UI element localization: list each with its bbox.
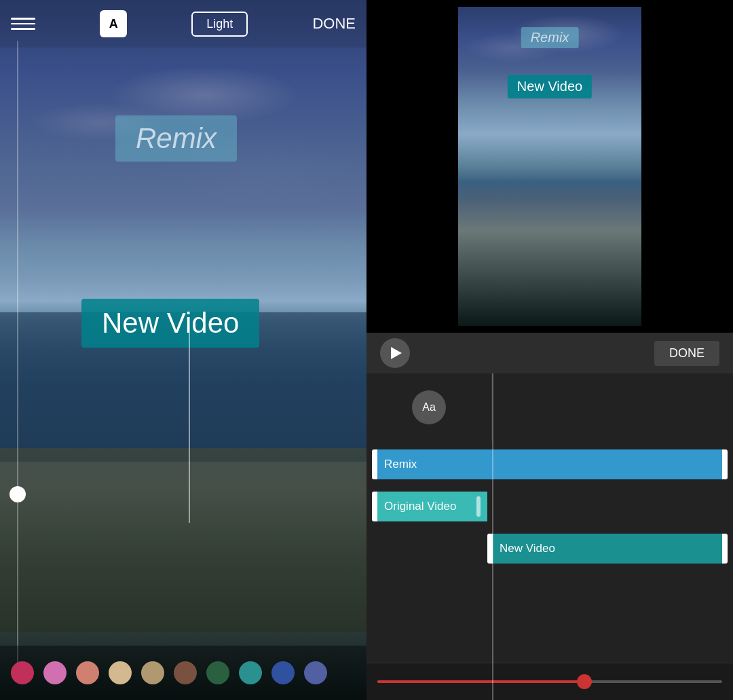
track-body-newvideo[interactable]: New Video	[493, 534, 722, 564]
track-inner-handle-original[interactable]	[476, 496, 481, 517]
remix-text-overlay[interactable]: Remix	[115, 115, 237, 162]
done-button-left[interactable]: DONE	[312, 15, 356, 33]
color-swatch-crimson[interactable]	[11, 661, 34, 684]
scrubber-fill	[377, 680, 584, 683]
right-remix-overlay[interactable]: Remix	[521, 27, 579, 48]
scrubber-track[interactable]	[377, 680, 722, 683]
color-swatch-brown[interactable]	[174, 661, 197, 684]
color-swatch-peach[interactable]	[109, 661, 132, 684]
newvideo-text-overlay[interactable]: New Video	[81, 299, 259, 348]
right-newvideo-overlay[interactable]: New Video	[508, 75, 592, 98]
text-anchor-line	[189, 333, 190, 523]
hamburger-line-3	[11, 28, 35, 30]
track-row-remix[interactable]: Remix	[366, 447, 733, 482]
right-panel: Remix New Video DONE Aa Remix	[366, 0, 733, 700]
track-row-newvideo[interactable]: New Video	[366, 531, 733, 566]
color-swatch-salmon[interactable]	[76, 661, 99, 684]
cloud-overlay	[0, 41, 366, 312]
track-label-newvideo: New Video	[500, 542, 555, 555]
font-icon: A	[109, 17, 118, 31]
right-video-preview: Remix New Video	[366, 0, 733, 333]
font-button[interactable]: A	[100, 10, 127, 37]
track-body-remix[interactable]: Remix	[377, 449, 722, 479]
color-swatch-slate[interactable]	[304, 661, 327, 684]
track-label-original: Original Video	[384, 500, 456, 513]
aa-button[interactable]: Aa	[412, 390, 446, 424]
track-label-remix: Remix	[384, 458, 417, 471]
hamburger-line-2	[11, 23, 35, 25]
timeline-label-col: Aa	[366, 373, 492, 441]
color-swatch-teal[interactable]	[239, 661, 262, 684]
done-button-right[interactable]: DONE	[654, 341, 719, 366]
color-swatch-tan[interactable]	[141, 661, 164, 684]
left-toolbar: A Light DONE	[0, 0, 366, 48]
color-palette	[0, 646, 366, 700]
light-button[interactable]: Light	[191, 12, 248, 37]
right-controls-bar: DONE	[366, 333, 733, 373]
track-row-original[interactable]: Original Video	[366, 489, 733, 524]
sand-overlay	[0, 448, 366, 632]
track-body-original[interactable]: Original Video	[377, 492, 487, 521]
left-edge-line	[17, 41, 18, 665]
scrubber-thumb[interactable]	[577, 674, 592, 689]
play-icon	[391, 347, 402, 359]
scrubber-bar[interactable]	[366, 663, 733, 700]
play-button[interactable]	[380, 338, 410, 368]
timeline-playhead	[492, 373, 493, 700]
right-video-inner: Remix New Video	[458, 7, 641, 326]
menu-button[interactable]	[11, 12, 35, 36]
track-handle-right-remix[interactable]	[722, 449, 728, 479]
color-swatch-forest[interactable]	[206, 661, 229, 684]
tracks-container: Remix Original Video New V	[366, 441, 733, 663]
playhead-dot	[10, 486, 26, 502]
hamburger-line-1	[11, 18, 35, 20]
track-handle-left-remix[interactable]	[372, 449, 377, 479]
timeline-top-row: Aa	[366, 373, 733, 441]
color-swatch-pink[interactable]	[43, 661, 67, 684]
track-handle-left-original[interactable]	[372, 492, 377, 521]
timeline-right-col	[492, 373, 733, 441]
color-swatch-navy[interactable]	[271, 661, 295, 684]
track-handle-right-newvideo[interactable]	[722, 534, 728, 564]
left-panel: A Light DONE Remix New Video	[0, 0, 366, 700]
timeline-area: Aa Remix Original Video	[366, 373, 733, 700]
